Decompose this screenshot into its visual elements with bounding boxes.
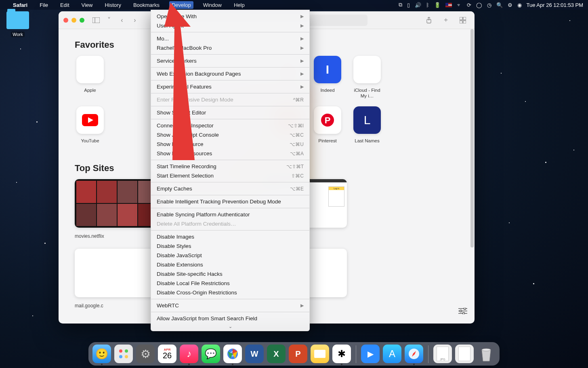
dock-word[interactable]: W [245, 345, 264, 363]
topsite-mail.google.c[interactable]: mail.google.c [75, 249, 160, 309]
dock-music[interactable]: ♪ [180, 345, 198, 363]
menu-history[interactable]: History [102, 1, 123, 9]
control-center-icon[interactable]: ⚙ [508, 2, 512, 8]
zoom-button[interactable] [80, 18, 84, 23]
share-button[interactable] [423, 15, 435, 26]
dock-slack[interactable]: ✱ [332, 345, 351, 363]
menu-item-show-javascript-console[interactable]: Show JavaScript Console⌥⌘C [151, 130, 309, 140]
dock-trash[interactable] [477, 345, 496, 363]
menu-item-webrtc[interactable]: WebRTC▶ [151, 301, 309, 310]
favorite-label: Last Names [352, 138, 382, 144]
menu-item-disable-cross-origin-restrictions[interactable]: Disable Cross-Origin Restrictions [151, 288, 309, 297]
menu-separator [151, 32, 309, 32]
favorite-Indeed[interactable]: IIndeed [312, 56, 343, 99]
favorite-icon [76, 106, 104, 134]
sync-icon[interactable]: ⟳ [467, 2, 471, 8]
svg-rect-5 [463, 17, 466, 20]
menu-item-connect-web-inspector[interactable]: Connect Web Inspector⌥⇧⌘I [151, 121, 309, 130]
menu-help[interactable]: Help [231, 1, 247, 9]
dock-excel[interactable]: X [267, 345, 286, 363]
volume-icon[interactable]: 🔊 [415, 2, 421, 8]
bluetooth-icon[interactable]: ᛒ [426, 2, 429, 8]
dock-notes[interactable] [311, 345, 329, 363]
menu-item-service-workers[interactable]: Service Workers▶ [151, 56, 309, 66]
menu-item-experimental-features[interactable]: Experimental Features▶ [151, 82, 309, 91]
dock: 🙂 ⚙ APR26 ♪ 💬 W X P ✱ ▶ A JPG [88, 342, 500, 366]
menu-item-rachel-s-macbook-pro[interactable]: Rachel's MacBook Pro▶ [151, 43, 309, 53]
menu-separator [151, 230, 309, 231]
menu-separator [151, 67, 309, 68]
menu-item-enable-syncing-platform-authenticator[interactable]: Enable Syncing Platform Authenticator [151, 210, 309, 219]
dock-finder[interactable]: 🙂 [92, 345, 111, 363]
dock-chrome[interactable] [223, 345, 242, 363]
menu-item-enable-intelligent-tracking-prevention-debug-mode[interactable]: Enable Intelligent Tracking Prevention D… [151, 197, 309, 206]
user-icon[interactable]: ◯ [476, 2, 482, 8]
menu-item-empty-caches[interactable]: Empty Caches⌥⌘E [151, 184, 309, 193]
menu-item-disable-javascript[interactable]: Disable JavaScript [151, 251, 309, 260]
menu-item-user-agent[interactable]: User Agent▶ [151, 21, 309, 30]
scrollbar[interactable] [470, 29, 474, 247]
menu-item-web-extension-background-pages[interactable]: Web Extension Background Pages▶ [151, 69, 309, 78]
topsite-movies.netflix[interactable]: movies.netflix [75, 179, 160, 239]
customize-start-page-button[interactable] [458, 308, 467, 316]
dock-settings[interactable]: ⚙ [136, 345, 155, 363]
menu-item-open-page-with[interactable]: Open Page With▶ [151, 12, 309, 21]
siri-icon[interactable]: ◉ [517, 2, 522, 8]
wifi-icon[interactable]: ᯤ [457, 2, 462, 8]
desktop-folder-work[interactable]: Work [3, 11, 32, 38]
dock-calendar[interactable]: APR26 [158, 345, 176, 363]
menu-separator [151, 160, 309, 160]
sidebar-toggle-button[interactable] [90, 15, 102, 26]
new-tab-button[interactable]: ＋ [440, 15, 452, 26]
menu-item-disable-site-specific-hacks[interactable]: Disable Site-specific Hacks [151, 269, 309, 279]
close-button[interactable] [63, 18, 68, 23]
dock-launchpad[interactable] [114, 345, 133, 363]
sidebar-menu-button[interactable]: ˅ [103, 15, 115, 26]
minimize-button[interactable] [71, 18, 76, 23]
menu-item-mo[interactable]: Mo...▶ [151, 34, 309, 43]
menu-item-allow-javascript-from-smart-search-field[interactable]: Allow JavaScript from Smart Search Field [151, 314, 309, 323]
menu-item-start-element-selection[interactable]: Start Element Selection⇧⌘C [151, 171, 309, 180]
dock-messages[interactable]: 💬 [202, 345, 220, 363]
menu-develop[interactable]: Develop [169, 1, 193, 9]
menu-window[interactable]: Window [201, 1, 224, 9]
clock-icon[interactable]: ◷ [487, 2, 491, 8]
menu-item-show-page-source[interactable]: Show Page Source⌥⌘U [151, 140, 309, 149]
device-icon[interactable]: ▯ [407, 2, 410, 8]
dropbox-icon[interactable]: ⧉ [399, 2, 402, 8]
battery-icon[interactable]: 🔋 [434, 2, 441, 8]
menu-item-show-snippet-editor[interactable]: Show Snippet Editor [151, 108, 309, 117]
menubar-clock[interactable]: Tue Apr 26 12:01:53 PM [527, 2, 583, 8]
dock-safari[interactable] [405, 345, 423, 363]
menu-scroll-down-icon[interactable]: ⌄ [151, 323, 309, 331]
menu-item-disable-styles[interactable]: Disable Styles [151, 241, 309, 251]
favorite-Pinterest[interactable]: PPinterest [312, 106, 343, 144]
dock-powerpoint[interactable]: P [289, 345, 307, 363]
menu-edit[interactable]: Edit [58, 1, 71, 9]
dock-file-doc[interactable] [455, 345, 474, 363]
menu-file[interactable]: File [37, 1, 50, 9]
tab-overview-button[interactable] [457, 15, 469, 26]
menu-item-disable-local-file-restrictions[interactable]: Disable Local File Restrictions [151, 279, 309, 288]
menu-item-disable-extensions[interactable]: Disable Extensions [151, 260, 309, 269]
menu-separator [151, 54, 309, 55]
app-name[interactable]: Safari [10, 1, 30, 9]
favorite-YouTube[interactable]: YouTube [75, 106, 105, 144]
favorite-Apple[interactable]: Apple [75, 56, 105, 99]
dock-file-jpg[interactable]: JPG [433, 345, 452, 363]
menu-view[interactable]: View [79, 1, 95, 9]
favorite-iCloud - Find My i…[interactable]: iCloud - Find My i… [352, 56, 382, 99]
menu-item-start-timeline-recording[interactable]: Start Timeline Recording⌥⇧⌘T [151, 162, 309, 171]
forward-button[interactable]: › [129, 15, 141, 26]
dock-appstore[interactable]: A [383, 345, 401, 363]
input-flag-icon[interactable] [445, 3, 452, 7]
menu-item-show-page-resources[interactable]: Show Page Resources⌥⌘A [151, 149, 309, 158]
menu-bookmarks[interactable]: Bookmarks [131, 1, 162, 9]
favorite-Last Names[interactable]: LLast Names [352, 106, 382, 144]
back-button[interactable]: ‹ [116, 15, 128, 26]
dock-zoom[interactable]: ▶ [361, 345, 380, 363]
spotlight-icon[interactable]: 🔍 [496, 2, 503, 8]
favorite-icon [353, 56, 381, 83]
menu-item-disable-images[interactable]: Disable Images [151, 232, 309, 241]
favorite-label: Indeed [312, 87, 343, 93]
